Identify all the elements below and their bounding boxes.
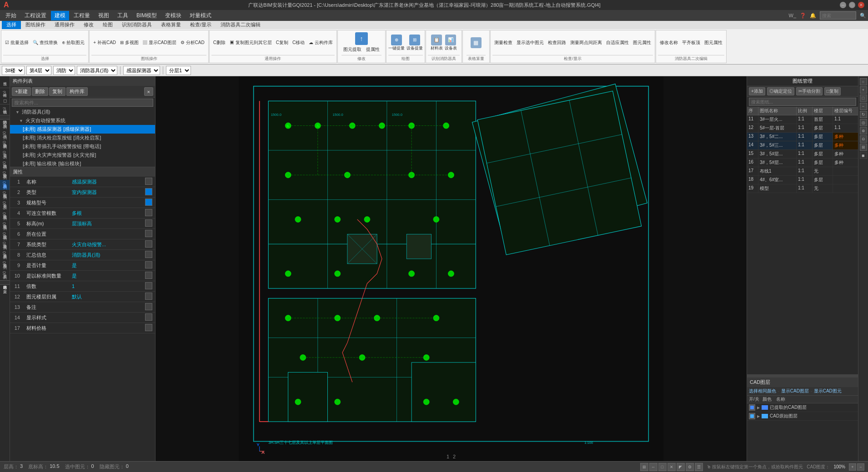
search-input[interactable] (820, 11, 856, 20)
btn-device-table[interactable]: 📊 设备表 (445, 35, 457, 51)
prop-check-17[interactable] (145, 324, 152, 331)
detector-type-select[interactable]: 感温探测器 (123, 66, 160, 75)
cad-layer-toggle-extracted[interactable] (749, 404, 755, 411)
menu-view[interactable]: 视图 (95, 11, 113, 20)
cad-btn-same-color[interactable]: 选择相同颜色 (749, 388, 776, 394)
btn-copy-to-floor[interactable]: ▣ 复制图元到其它层 (228, 31, 274, 54)
btn-pick-element[interactable]: ⊕ 拾取图元 (60, 31, 87, 54)
nav-elec-cabinet-btn[interactable]: 配电箱柜(消)(P) (0, 190, 10, 200)
prop-check-13[interactable] (145, 303, 152, 310)
cad-layer-toggle-original[interactable] (749, 413, 755, 419)
statusbar-btn-3[interactable]: □ (658, 463, 667, 471)
ribbon-tab-modify[interactable]: 修改 (79, 21, 98, 29)
tree-item-sound-light[interactable]: [未用] 火灾声光报警器 [火灾光报] (10, 151, 155, 159)
ribbon-tab-calc[interactable]: 表格算量 (156, 21, 186, 29)
btn-modify-name[interactable]: 修改名称 (658, 31, 680, 54)
canvas-area[interactable]: ① ① (156, 76, 747, 461)
component-type-select[interactable]: 消防器具(消) (77, 66, 117, 75)
btn-c-move[interactable]: C移动 (291, 31, 306, 54)
ribbon-tab-draw[interactable]: 绘图 (98, 21, 117, 29)
btn-measure-distance[interactable]: 测量两点间距离 (568, 31, 604, 54)
drawing-row-14[interactable]: 14 3#，5#三... 1:1 多层 多种 (747, 141, 858, 150)
cad-layer-extracted[interactable]: ▶ 已提取的CAD图层 (747, 403, 858, 412)
prop-check-7[interactable] (145, 240, 152, 248)
nav-valve-flange-btn[interactable]: 阀门法兰(消)(F) (0, 160, 10, 170)
prop-check-4[interactable] (145, 209, 152, 216)
tree-item-auto-alarm[interactable]: ▼ 火灾自动报警系统 (10, 116, 155, 125)
btn-find-replace[interactable]: 🔍 查找替换 (31, 31, 60, 54)
btn-cloud-lib[interactable]: ☁ 云构件库 (307, 31, 335, 54)
right-icon-zoom-in[interactable]: ⊕ (860, 127, 867, 134)
ribbon-tab-identify[interactable]: 识别消防器具 (117, 21, 156, 29)
prop-check-14[interactable] (145, 313, 152, 321)
btn-manual-split[interactable]: ✂手动分割 (796, 87, 823, 95)
btn-show-element-attr[interactable]: 图元属性 (631, 31, 653, 54)
ribbon-tab-common[interactable]: 通用操作 (50, 21, 79, 29)
btn-show-selected[interactable]: 显示选中图元 (515, 31, 546, 54)
right-icon-square[interactable]: □ (860, 94, 867, 102)
nav-bridge-btn[interactable]: 桥架(消)(W) (0, 200, 10, 211)
btn-locate-drawing[interactable]: ◎确定定位 (767, 87, 794, 95)
btn-material-table[interactable]: 📋 材料表 (431, 35, 443, 51)
drawing-row-11[interactable]: 11 3#一层火... 1:1 首层 1.1 (747, 115, 858, 124)
btn-add-drawing[interactable]: +添加 (749, 87, 765, 95)
cad-btn-show-layer[interactable]: 显示CAD图层 (781, 388, 809, 394)
system-select[interactable]: 消防 (53, 66, 75, 75)
btn-multiview[interactable]: ⊞ 多视图 (118, 31, 140, 54)
search-icon[interactable]: 🔍 (860, 13, 866, 19)
btn-device-quantity[interactable]: ⊞ 设备提量 (406, 35, 423, 51)
drawing-row-12[interactable]: 12 5#一层-首层 1:1 多层 1.1 (747, 124, 858, 133)
prop-check-11[interactable] (145, 282, 152, 289)
btn-c-delete[interactable]: C删除 (211, 31, 227, 54)
btn-add-cad[interactable]: + 补画CAD (91, 31, 118, 54)
nav-guideline-btn[interactable]: 辅助线(O) (0, 105, 9, 114)
btn-table-calc[interactable]: ▦ (471, 31, 482, 54)
btn-analyze-cad[interactable]: ⚙ 分析CAD (179, 31, 206, 54)
btn-element-extract[interactable]: 图元提取 (341, 46, 363, 53)
drawing-row-19[interactable]: 19 模型 1:1 无 (747, 184, 858, 193)
btn-one-key-quantity[interactable]: ⊕ 一键提量 (388, 35, 405, 51)
btn-measure-check[interactable]: 测量检查 (492, 31, 514, 54)
zoom-out-btn[interactable]: − (857, 463, 864, 471)
menu-modeling[interactable]: 建模 (51, 11, 69, 20)
ribbon-tab-check[interactable]: 检查/显示 (186, 21, 216, 29)
prop-check-10[interactable] (145, 272, 152, 279)
help-icon[interactable]: ❓ (800, 13, 806, 19)
nav-integrated-pipeline-btn[interactable]: 综合管线(消)(Z) (0, 231, 10, 241)
minimize-button[interactable]: ─ (840, 2, 846, 8)
btn-batch-select[interactable]: ☑ 批量选择 (3, 31, 30, 54)
statusbar-btn-4[interactable]: ✕ (667, 463, 676, 471)
bell-icon[interactable]: 🔔 (810, 13, 816, 19)
tree-item-temp-detector[interactable]: [未用] 感温探测器 [感烟探测器] (10, 125, 155, 134)
floor-select[interactable]: 3#楼 (2, 66, 25, 75)
menu-bim[interactable]: BIM模型 (133, 11, 161, 20)
prop-check-8[interactable] (145, 251, 152, 258)
nav-bridge-connector-btn[interactable]: 桥架通头(消)(R) (0, 250, 10, 260)
statusbar-btn-6[interactable]: ⚙ (686, 463, 694, 471)
menu-change-module[interactable]: 变模块 (161, 11, 185, 20)
btn-copy-drawing[interactable]: □复制 (824, 87, 841, 95)
statusbar-btn-2[interactable]: ↔ (649, 463, 657, 471)
nav-select-btn[interactable]: 选择 (0, 77, 9, 81)
menu-tools[interactable]: 工具 (114, 11, 132, 20)
zoom-in-btn[interactable]: + (849, 463, 856, 471)
tree-item-fire-system[interactable]: ▼ 消防器具(消) (10, 108, 155, 116)
btn-element-prop2[interactable]: 图元属性 (702, 31, 724, 54)
prop-check-9[interactable] (145, 261, 152, 268)
ribbon-tab-fire-edit[interactable]: 消防器具二次编辑 (216, 21, 265, 29)
btn-new-component[interactable]: +新建 (12, 87, 31, 96)
btn-component-lib[interactable]: 构件库 (66, 87, 88, 96)
drawing-row-18[interactable]: 18 4#、6#室... 1:1 多层 (747, 176, 858, 184)
menu-project-settings[interactable]: 工程设置 (21, 11, 50, 20)
nav-hydrant-btn[interactable]: 消火栓(消)(H) (0, 119, 10, 129)
ribbon-tab-drawing-ops[interactable]: 图纸操作 (21, 21, 50, 29)
statusbar-btn-1[interactable]: ⊞ (640, 463, 648, 471)
statusbar-btn-5[interactable]: ◤ (677, 463, 685, 471)
btn-check-circuit[interactable]: 检查回路 (546, 31, 568, 54)
prop-check-1[interactable] (145, 178, 152, 185)
ribbon-tab-select[interactable]: 选择 (2, 21, 21, 29)
drawing-row-16[interactable]: 16 3#，5#层... 1:1 多层 多种 (747, 159, 858, 167)
nav-pipe-fitting-btn[interactable]: 通头管件(消)(J) (0, 240, 10, 250)
nav-support-btn[interactable]: 支架(消)(N) (0, 270, 10, 280)
nav-grid-btn[interactable]: 绘网(O) (0, 89, 9, 98)
